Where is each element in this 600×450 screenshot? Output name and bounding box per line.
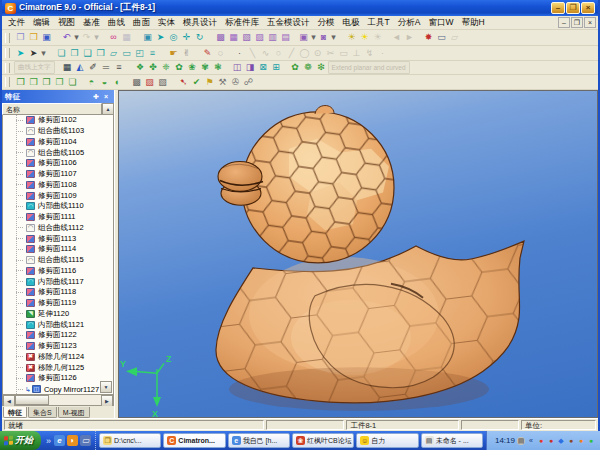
next-view-icon[interactable]: ► <box>403 31 416 44</box>
circle-tool-icon[interactable]: ○ <box>272 47 285 60</box>
menu-item[interactable]: 模具设计 <box>179 17 221 29</box>
select-view-icon[interactable]: ➤ <box>154 31 167 44</box>
pick-face-icon[interactable]: ❏ <box>55 47 68 60</box>
view-iso-icon[interactable]: ▩ <box>214 31 227 44</box>
hatch-b-icon[interactable]: ▨ <box>143 76 156 89</box>
pick-vertex-icon[interactable]: ❑ <box>81 47 94 60</box>
tree-item[interactable]: ◠ 组合曲线1112 <box>3 223 113 234</box>
redo-caret-icon[interactable]: ▾ <box>93 31 100 44</box>
freehand-icon[interactable]: ◌ <box>214 47 227 60</box>
spline-tool-icon[interactable]: ∿ <box>259 47 272 60</box>
trim-tool-icon[interactable]: ⊠ <box>257 61 270 74</box>
scroll-up-button[interactable]: ▲ <box>102 103 114 115</box>
tree-item[interactable]: 修剪面1126 <box>3 373 113 384</box>
menu-item[interactable]: 编辑 <box>29 17 54 29</box>
close-button[interactable]: × <box>581 2 595 14</box>
rotate-view-icon[interactable]: ↻ <box>193 31 206 44</box>
menu-item[interactable]: 基准 <box>79 17 104 29</box>
menu-item[interactable]: 文件 <box>4 17 29 29</box>
hammer-icon[interactable]: ⚒ <box>216 76 229 89</box>
light-off-icon[interactable]: ☀ <box>371 31 384 44</box>
tree-item[interactable]: ◠ 内部曲线1121 <box>3 319 113 330</box>
select-add-icon[interactable]: ➤ <box>27 47 40 60</box>
tree-item[interactable]: ◠ 组合曲线1105 <box>3 147 113 158</box>
part-section-icon[interactable]: ◒ <box>98 76 111 89</box>
stitch-tool-icon[interactable]: ⊞ <box>270 61 283 74</box>
tree-item[interactable]: 修剪面1123 <box>3 341 113 352</box>
pick-body-icon[interactable]: ❒ <box>94 47 107 60</box>
pin-icon[interactable]: ✚ <box>91 91 101 102</box>
light-dim-icon[interactable]: ☀ <box>345 31 358 44</box>
task-untitled[interactable]: ▤ 未命名 - ... <box>421 433 483 448</box>
link-icon[interactable]: ☍ <box>242 76 255 89</box>
part-half-icon[interactable]: ◓ <box>85 76 98 89</box>
sketcher-icon[interactable]: ✎ <box>201 47 214 60</box>
surface-blend-icon[interactable]: ❖ <box>134 61 147 74</box>
panel-close-icon[interactable]: × <box>101 91 111 102</box>
menu-item[interactable]: 分析A <box>394 17 425 29</box>
offset-surface-icon[interactable]: ❇ <box>315 61 328 74</box>
tray-chevron-icon[interactable]: « <box>527 437 535 445</box>
menu-item[interactable]: 五金模设计 <box>263 17 314 29</box>
tree-item[interactable]: 修剪面1104 <box>3 137 113 148</box>
surface-sweep-icon[interactable]: ✾ <box>199 61 212 74</box>
shaded-display-icon[interactable]: ▣ <box>141 31 154 44</box>
gesture-icon[interactable]: ✌ <box>180 47 193 60</box>
solid-add-icon[interactable]: ❒ <box>27 76 40 89</box>
text-on-curve-button[interactable]: 曲线上文字 <box>14 61 55 74</box>
mdi-minimize-button[interactable]: – <box>558 17 570 28</box>
grid-toggle-icon[interactable]: ▱ <box>448 31 461 44</box>
hatch-c-icon[interactable]: ▧ <box>156 76 169 89</box>
tree-item[interactable]: 修剪面1111 <box>3 212 113 223</box>
new-file-icon[interactable]: ❐ <box>14 31 27 44</box>
title-bar[interactable]: C CimatronE 9.0 - Official - [工件8-1] –❐× <box>2 0 598 16</box>
task-qq[interactable]: ☺ 自力 <box>356 433 418 448</box>
copy-tool-icon[interactable]: ◨ <box>244 61 257 74</box>
stamp-icon[interactable]: ➷ <box>177 76 190 89</box>
surface-revolve-icon[interactable]: ❀ <box>186 61 199 74</box>
light-on-icon[interactable]: ☀ <box>358 31 371 44</box>
quick-desktop-icon[interactable]: ▭ <box>80 435 91 446</box>
view-back-icon[interactable]: ▥ <box>266 31 279 44</box>
arc-tool-icon[interactable]: ╱ <box>285 47 298 60</box>
tree-item[interactable]: 修剪面1119 <box>3 298 113 309</box>
measure-icon[interactable]: ═ <box>100 61 113 74</box>
parallel-icon[interactable]: ≡ <box>113 61 126 74</box>
select-caret-icon[interactable]: ▾ <box>40 47 47 60</box>
solid-remove-icon[interactable]: ❐ <box>40 76 53 89</box>
eyeglasses-icon[interactable]: ∞ <box>107 31 120 44</box>
window-fit-icon[interactable]: ▭ <box>435 31 448 44</box>
tree-item[interactable]: 修剪面1107 <box>3 169 113 180</box>
quick-launch-chevron[interactable]: » <box>45 436 52 446</box>
mesh-icon[interactable]: ▦ <box>61 61 74 74</box>
save-icon[interactable]: ▣ <box>40 31 53 44</box>
menu-item[interactable]: 标准件库 <box>221 17 263 29</box>
ellipse-tool-icon[interactable]: ◯ <box>298 47 311 60</box>
view-bottom-icon[interactable]: ▤ <box>279 31 292 44</box>
tray-firefox-icon[interactable]: ● <box>577 437 585 445</box>
tray-thunder-icon[interactable]: ◆ <box>557 437 565 445</box>
open-file-icon[interactable]: ❒ <box>27 31 40 44</box>
tree-item[interactable]: ◠ 组合曲线1115 <box>3 255 113 266</box>
mirror-tool-icon[interactable]: ◫ <box>231 61 244 74</box>
tree-item[interactable]: 修剪面1113 <box>3 233 113 244</box>
start-button[interactable]: 开始 <box>0 431 41 450</box>
menu-item[interactable]: 曲线 <box>104 17 129 29</box>
display-mode-icon[interactable]: ▣ <box>297 31 310 44</box>
render-mode-icon[interactable]: ◙ <box>317 31 330 44</box>
quick-media-icon[interactable]: ◗ <box>67 435 78 446</box>
tree-item[interactable]: ↳ ◫ Copy Mirror1127 <box>3 384 113 395</box>
tree-item[interactable]: ◠ 内部曲线1110 <box>3 201 113 212</box>
view-top-icon[interactable]: ▧ <box>240 31 253 44</box>
duck-model[interactable] <box>216 106 524 412</box>
prev-view-icon[interactable]: ◄ <box>390 31 403 44</box>
tree-horizontal-scrollbar[interactable]: ◀ ▶ <box>2 395 114 406</box>
solid-copy-icon[interactable]: ❐ <box>53 76 66 89</box>
mdi-restore-button[interactable]: ❐ <box>571 17 583 28</box>
scrollbar-thumb[interactable] <box>15 395 49 405</box>
menu-item[interactable]: 视图 <box>54 17 79 29</box>
tree-item[interactable]: 修剪面1109 <box>3 190 113 201</box>
pick-point-icon[interactable]: ▭ <box>120 47 133 60</box>
redo-icon[interactable]: ↷ <box>80 31 93 44</box>
center-circle-tool-icon[interactable]: ⊙ <box>311 47 324 60</box>
